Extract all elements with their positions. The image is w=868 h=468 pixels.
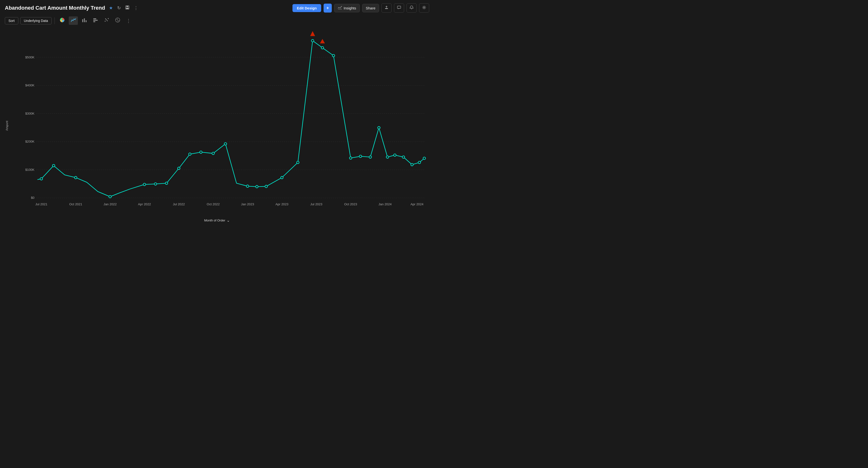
insights-icon bbox=[338, 6, 342, 10]
svg-text:Oct 2022: Oct 2022 bbox=[207, 202, 220, 206]
header-icons: ★ ↻ ⋮ bbox=[108, 4, 139, 11]
svg-text:Jan 2022: Jan 2022 bbox=[103, 202, 117, 206]
data-point-jun2024 bbox=[423, 157, 426, 159]
underlying-data-button[interactable]: Underlying Data bbox=[20, 17, 52, 24]
data-point-sep2022 bbox=[199, 151, 202, 153]
data-point-jul2021 bbox=[40, 178, 42, 180]
data-point-feb2023 bbox=[255, 185, 258, 188]
svg-rect-2 bbox=[126, 8, 128, 9]
insights-button[interactable]: Insights bbox=[334, 4, 360, 12]
anomaly-marker-jun2023 bbox=[310, 31, 315, 36]
svg-rect-11 bbox=[93, 18, 96, 19]
data-point-may2022 bbox=[154, 183, 157, 185]
svg-text:Jul 2022: Jul 2022 bbox=[173, 202, 185, 206]
svg-rect-12 bbox=[93, 20, 98, 21]
data-point-mar2023 bbox=[265, 185, 268, 188]
refresh-button[interactable]: ↻ bbox=[116, 4, 122, 11]
edit-design-button[interactable]: Edit Design bbox=[292, 4, 321, 12]
svg-point-6 bbox=[424, 7, 425, 8]
svg-text:Apr 2022: Apr 2022 bbox=[138, 202, 151, 206]
chart-type-scatter-button[interactable] bbox=[102, 17, 111, 25]
svg-rect-13 bbox=[93, 21, 95, 22]
svg-point-18 bbox=[105, 18, 106, 19]
svg-point-14 bbox=[105, 21, 105, 22]
data-point-jul2022 bbox=[178, 167, 180, 170]
chart-type-pie-button[interactable] bbox=[58, 17, 67, 25]
svg-rect-4 bbox=[385, 8, 388, 9]
svg-text:Oct 2021: Oct 2021 bbox=[69, 202, 82, 206]
comment-button[interactable] bbox=[394, 3, 404, 12]
data-point-feb2024 bbox=[394, 154, 396, 156]
svg-text:$300K: $300K bbox=[25, 112, 34, 115]
data-point-aug2023 bbox=[332, 54, 335, 57]
data-point-aug2022 bbox=[189, 153, 191, 155]
header-right: Edit Design + Insights Share bbox=[292, 3, 429, 12]
header-left: Abandoned Cart Amount Monthly Trend ★ ↻ … bbox=[5, 4, 139, 11]
line-chart-svg: .grid-line { stroke: #444; stroke-width:… bbox=[22, 29, 427, 210]
x-axis-label: Month of Order bbox=[204, 218, 225, 222]
anomaly-marker-jul2023 bbox=[320, 39, 325, 43]
settings-button[interactable] bbox=[419, 3, 429, 12]
data-point-aug2021 bbox=[52, 164, 55, 167]
data-point-may2024 bbox=[418, 161, 421, 164]
save-button[interactable] bbox=[124, 4, 130, 11]
svg-text:Jan 2023: Jan 2023 bbox=[241, 202, 254, 206]
add-button[interactable]: + bbox=[323, 4, 332, 12]
data-point-apr2023 bbox=[281, 176, 283, 179]
svg-point-15 bbox=[106, 19, 107, 20]
data-point-sep2023 bbox=[349, 157, 352, 159]
data-point-oct2022 bbox=[212, 152, 214, 155]
sort-button[interactable]: Sort bbox=[5, 17, 18, 24]
x-axis-chevron-button[interactable]: ⌄ bbox=[227, 218, 230, 223]
svg-rect-9 bbox=[84, 18, 85, 22]
svg-text:Apr 2024: Apr 2024 bbox=[410, 202, 424, 206]
data-point-apr2022 bbox=[143, 183, 146, 186]
svg-rect-8 bbox=[82, 19, 83, 22]
toolbar: Sort Underlying Data ⋮ bbox=[0, 15, 434, 27]
data-point-apr2024 bbox=[411, 163, 413, 166]
svg-text:$400K: $400K bbox=[25, 84, 34, 87]
more-chart-types-button[interactable]: ⋮ bbox=[124, 17, 133, 25]
more-options-button[interactable]: ⋮ bbox=[133, 4, 139, 11]
data-point-jan2022 bbox=[109, 196, 111, 198]
svg-text:Jan 2024: Jan 2024 bbox=[378, 202, 392, 206]
data-point-nov2023 bbox=[369, 156, 372, 158]
data-point-mar2024 bbox=[402, 156, 405, 158]
page-title: Abandoned Cart Amount Monthly Trend bbox=[5, 5, 105, 11]
upload-button[interactable] bbox=[381, 3, 392, 12]
svg-text:$200K: $200K bbox=[25, 140, 34, 143]
header: Abandoned Cart Amount Monthly Trend ★ ↻ … bbox=[0, 0, 434, 15]
svg-text:$100K: $100K bbox=[25, 168, 34, 172]
svg-text:Apr 2023: Apr 2023 bbox=[275, 202, 288, 206]
svg-text:Oct 2023: Oct 2023 bbox=[344, 202, 357, 206]
share-button[interactable]: Share bbox=[362, 4, 379, 12]
y-axis-label: Amount bbox=[5, 121, 9, 130]
svg-text:Jul 2021: Jul 2021 bbox=[35, 202, 47, 206]
data-point-may2023 bbox=[297, 161, 299, 164]
data-point-jun2023 bbox=[311, 39, 314, 42]
data-point-oct2023 bbox=[359, 155, 362, 157]
data-point-jan2024 bbox=[386, 156, 389, 158]
data-point-oct2021 bbox=[74, 176, 77, 179]
data-point-dec2023 bbox=[378, 126, 380, 129]
svg-rect-1 bbox=[126, 6, 128, 7]
alert-button[interactable] bbox=[406, 3, 416, 12]
x-axis-label-container: Month of Order ⌄ bbox=[0, 218, 434, 223]
chart-type-hbar-button[interactable] bbox=[91, 17, 100, 25]
star-button[interactable]: ★ bbox=[108, 4, 114, 11]
data-point-jan2023 bbox=[246, 185, 249, 187]
chart-type-map-button[interactable] bbox=[113, 17, 122, 25]
svg-text:$0: $0 bbox=[31, 196, 34, 200]
data-point-jul2023 bbox=[321, 47, 323, 49]
chart-type-bar-button[interactable] bbox=[80, 17, 89, 25]
svg-rect-10 bbox=[86, 20, 87, 22]
data-point-jun2022 bbox=[165, 182, 168, 184]
chart-type-line-button[interactable] bbox=[69, 17, 78, 25]
data-point-nov2022 bbox=[224, 143, 227, 145]
svg-rect-5 bbox=[397, 6, 401, 8]
svg-text:$500K: $500K bbox=[25, 56, 34, 59]
svg-text:Jul 2023: Jul 2023 bbox=[310, 202, 322, 206]
chart-area: › Amount .grid-line { stroke: #444; stro… bbox=[0, 27, 434, 225]
svg-point-16 bbox=[107, 20, 108, 21]
insights-label: Insights bbox=[344, 6, 356, 10]
